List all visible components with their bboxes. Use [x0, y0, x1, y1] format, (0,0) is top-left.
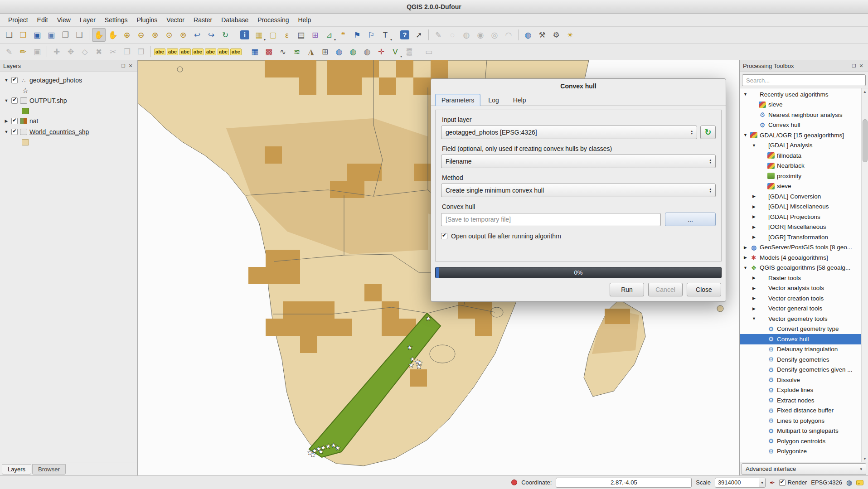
method-combo[interactable]: Create single minimum convex hull: [441, 184, 716, 197]
browse-button[interactable]: ...: [665, 213, 716, 226]
menu-processing[interactable]: Processing: [253, 15, 293, 25]
input-layer-combo[interactable]: geotagged_photos [EPSG:4326]: [441, 126, 697, 139]
move-feature-button[interactable]: ✥: [64, 45, 78, 58]
expander-icon[interactable]: ▼: [4, 98, 9, 103]
save-project-button[interactable]: ▣: [30, 28, 44, 42]
alg-sieve[interactable]: sieve: [740, 181, 861, 192]
expander-icon[interactable]: ▶: [752, 286, 756, 290]
alg-proximity[interactable]: proximity: [740, 171, 861, 181]
close-button[interactable]: Close: [687, 283, 721, 296]
menu-settings[interactable]: Settings: [100, 15, 132, 25]
coordinate-input[interactable]: [556, 478, 692, 488]
expander-icon[interactable]: ▶: [743, 255, 748, 260]
save-edits-button[interactable]: ▣: [30, 45, 44, 58]
open-project-button[interactable]: ❒: [16, 28, 30, 42]
pan-to-selection-button[interactable]: ✋: [106, 28, 120, 42]
pen-icon[interactable]: ✒: [770, 479, 775, 486]
attribute-table-button[interactable]: ▤: [294, 28, 308, 42]
map-tips-button[interactable]: ❝: [336, 28, 350, 42]
group-vector-general-tools[interactable]: ▶ Vector general tools: [740, 304, 861, 314]
menu-view[interactable]: View: [53, 15, 75, 25]
expander-icon[interactable]: ▶: [752, 204, 756, 209]
paste-features-button[interactable]: ❒: [134, 45, 148, 58]
layer-world-countries-shp[interactable]: ▼ World_countries_shp: [1, 126, 136, 137]
group-gdal-miscellaneous[interactable]: ▶ [GDAL] Miscellaneous: [740, 202, 861, 212]
new-project-button[interactable]: ❏: [2, 28, 16, 42]
select-features-button[interactable]: ▦: [252, 28, 266, 42]
render-checkbox[interactable]: [779, 479, 786, 486]
zoom-last-button[interactable]: ↩: [190, 28, 204, 42]
log-messages-icon[interactable]: [856, 480, 863, 485]
alg-multipart-to-singleparts[interactable]: Multipart to singleparts: [740, 426, 861, 436]
reload-layers-button[interactable]: ↻: [700, 126, 716, 139]
node-tool-button[interactable]: ◇: [78, 45, 92, 58]
add-ring-button[interactable]: ◌: [446, 28, 459, 42]
field-combo[interactable]: Filename: [441, 155, 716, 168]
pan-map-button[interactable]: ✋: [92, 28, 106, 42]
expander-icon[interactable]: ▶: [752, 225, 756, 229]
group-geoserver-postgis[interactable]: ▶ GeoServer/PostGIS tools [8 geo...: [740, 242, 861, 253]
deselect-button[interactable]: ▢: [266, 28, 280, 42]
field-calculator-button[interactable]: ⊞: [308, 28, 322, 42]
run-button[interactable]: Run: [610, 283, 644, 296]
output-file-input[interactable]: [441, 213, 661, 226]
refresh-map-button[interactable]: ↻: [218, 28, 232, 42]
label-move-button[interactable]: abc: [204, 45, 217, 58]
delete-ring-button[interactable]: ◎: [488, 28, 501, 42]
alg-explode-lines[interactable]: Explode lines: [740, 385, 861, 396]
text-annotation-button[interactable]: T: [378, 28, 392, 42]
globe-gray-button[interactable]: ◍: [360, 45, 374, 58]
zoom-full-button[interactable]: ⊛: [148, 28, 162, 42]
expander-icon[interactable]: ▼: [752, 143, 756, 148]
delete-selected-button[interactable]: ✖: [92, 45, 106, 58]
undock-icon[interactable]: [120, 63, 127, 70]
zoom-to-selection-button[interactable]: ⊙: [162, 28, 176, 42]
group-gdal-ogr[interactable]: ▼ GDAL/OGR [15 geoalgorithms]: [740, 130, 861, 140]
options-button[interactable]: ⚙: [549, 28, 563, 42]
vector-tools-button[interactable]: V: [388, 45, 402, 58]
show-bookmarks-button[interactable]: ⚐: [364, 28, 378, 42]
osm-globe-button[interactable]: ◍: [346, 45, 360, 58]
expander-icon[interactable]: ▼: [4, 78, 9, 82]
toolbox-scrollbar[interactable]: ▲ ▼: [861, 88, 868, 462]
label-highlight-button[interactable]: abc: [192, 45, 204, 58]
menu-edit[interactable]: Edit: [33, 15, 53, 25]
group-ogr-miscellaneous[interactable]: ▶ [OGR] Miscellaneous: [740, 222, 861, 232]
expander-icon[interactable]: ▶: [752, 306, 756, 311]
zoom-out-button[interactable]: ⊖: [134, 28, 148, 42]
crs-status-icon[interactable]: ◍: [846, 479, 852, 487]
alg-fillnodata[interactable]: fillnodata: [740, 150, 861, 161]
scroll-down-icon[interactable]: ▼: [863, 456, 867, 461]
web-button[interactable]: ◍: [521, 28, 535, 42]
titlebar[interactable]: QGIS 2.0.0-Dufour: [0, 0, 868, 14]
plugins-button[interactable]: ⚒: [535, 28, 549, 42]
alg-dissolve[interactable]: Dissolve: [740, 375, 861, 385]
tab-layers[interactable]: Layers: [2, 464, 31, 474]
expander-icon[interactable]: ▶: [752, 235, 756, 239]
alg-fixed-distance-buffer[interactable]: Fixed distance buffer: [740, 406, 861, 416]
alg-extract-nodes[interactable]: Extract nodes: [740, 395, 861, 406]
dropdown-icon[interactable]: ▾: [759, 478, 765, 487]
alg-sieve-recent[interactable]: sieve: [740, 100, 861, 110]
group-gdal-projections[interactable]: ▶ [GDAL] Projections: [740, 212, 861, 222]
menu-database[interactable]: Database: [217, 15, 253, 25]
new-bookmark-button[interactable]: ⚑: [350, 28, 364, 42]
layer-visibility-checkbox[interactable]: [11, 97, 18, 104]
toolbox-search-input[interactable]: [742, 74, 866, 86]
layer-visibility-checkbox[interactable]: [11, 129, 18, 135]
label-rotate-button[interactable]: abc: [217, 45, 229, 58]
favorites-button[interactable]: ✴: [563, 28, 577, 42]
group-gdal-analysis[interactable]: ▼ [GDAL] Analysis: [740, 140, 861, 151]
group-ogr-transformation[interactable]: ▶ [OGR] Transformation: [740, 232, 861, 242]
vector-checker-button[interactable]: ▦: [248, 45, 262, 58]
alg-polygonize[interactable]: Polygonize: [740, 446, 861, 457]
group-vector-analysis-tools[interactable]: ▶ Vector analysis tools: [740, 283, 861, 294]
menu-layer[interactable]: Layer: [75, 15, 100, 25]
expander-icon[interactable]: ▼: [743, 92, 748, 97]
group-gdal-conversion[interactable]: ▶ [GDAL] Conversion: [740, 191, 861, 202]
tab-parameters[interactable]: Parameters: [435, 94, 480, 106]
group-vector-creation-tools[interactable]: ▶ Vector creation tools: [740, 293, 861, 304]
layer-geotagged-photos[interactable]: ▼ geotagged_photos: [1, 75, 136, 86]
new-composer-button[interactable]: ❐: [58, 28, 72, 42]
label-pin-button[interactable]: abc: [179, 45, 191, 58]
